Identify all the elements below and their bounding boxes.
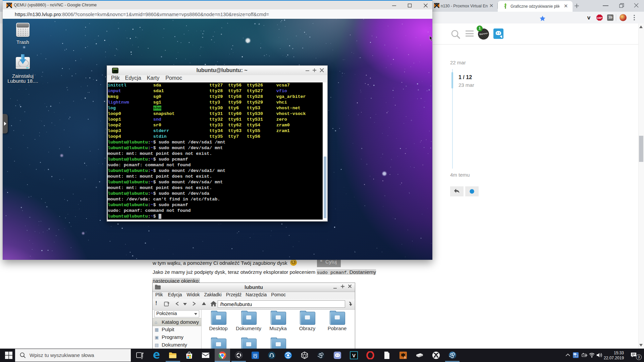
svg-text:V: V: [352, 353, 356, 358]
svg-text:ABP: ABP: [597, 17, 602, 19]
svg-text:2: 2: [404, 356, 406, 359]
svg-text:FSB: FSB: [254, 357, 257, 359]
